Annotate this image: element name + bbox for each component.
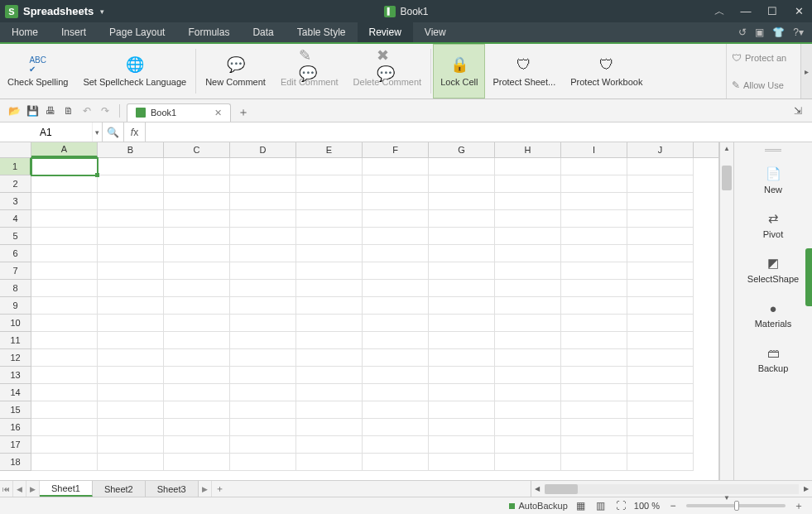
menu-page-layout[interactable]: Page Layout bbox=[98, 22, 176, 43]
cell[interactable] bbox=[363, 349, 429, 367]
cell[interactable] bbox=[363, 228, 429, 245]
cell[interactable] bbox=[561, 245, 627, 262]
cell[interactable] bbox=[164, 454, 230, 471]
cell[interactable] bbox=[230, 401, 296, 419]
cell[interactable] bbox=[164, 332, 230, 349]
cell[interactable] bbox=[363, 175, 429, 193]
cell[interactable] bbox=[429, 245, 495, 262]
cell[interactable] bbox=[164, 349, 230, 367]
cell[interactable] bbox=[164, 401, 230, 419]
cell[interactable] bbox=[296, 210, 363, 228]
cell[interactable] bbox=[98, 228, 164, 245]
cell[interactable] bbox=[429, 158, 495, 175]
cell[interactable] bbox=[561, 175, 627, 193]
scroll-right-icon[interactable]: ▶ bbox=[800, 485, 812, 492]
cell[interactable] bbox=[31, 454, 98, 471]
cell[interactable] bbox=[627, 315, 694, 332]
cell[interactable] bbox=[561, 384, 627, 401]
cell[interactable] bbox=[363, 315, 429, 332]
new-document-tab-button[interactable]: ＋ bbox=[234, 103, 252, 122]
cell[interactable] bbox=[495, 349, 561, 367]
view-normal-icon[interactable]: ▦ bbox=[574, 499, 588, 512]
protect-sheet--button[interactable]: 🛡Protect Sheet... bbox=[485, 44, 563, 98]
sheet-tab[interactable]: Sheet2 bbox=[93, 481, 146, 497]
select-all-corner[interactable] bbox=[0, 142, 31, 157]
cell[interactable] bbox=[429, 384, 495, 401]
cell[interactable] bbox=[98, 384, 164, 401]
cell[interactable] bbox=[230, 315, 296, 332]
cell[interactable] bbox=[296, 367, 363, 384]
cell[interactable] bbox=[164, 175, 230, 193]
cell[interactable] bbox=[98, 175, 164, 193]
horizontal-scrollbar[interactable]: ◀ ▶ bbox=[531, 481, 812, 497]
sheet-tab[interactable]: Sheet3 bbox=[146, 481, 199, 497]
cell[interactable] bbox=[363, 297, 429, 315]
cell[interactable] bbox=[561, 436, 627, 454]
cell[interactable] bbox=[627, 158, 694, 175]
cell[interactable] bbox=[98, 332, 164, 349]
cell[interactable] bbox=[164, 228, 230, 245]
cell[interactable] bbox=[230, 280, 296, 297]
cell[interactable] bbox=[561, 210, 627, 228]
cell[interactable] bbox=[230, 332, 296, 349]
cell[interactable] bbox=[627, 193, 694, 210]
row-header[interactable]: 16 bbox=[0, 419, 31, 436]
zoom-slider[interactable] bbox=[686, 504, 786, 507]
column-header[interactable]: D bbox=[230, 142, 296, 157]
cell[interactable] bbox=[561, 367, 627, 384]
row-header[interactable]: 5 bbox=[0, 228, 31, 245]
cell[interactable] bbox=[98, 245, 164, 262]
cell[interactable] bbox=[31, 158, 98, 175]
column-header[interactable]: C bbox=[164, 142, 230, 157]
help-icon[interactable]: ?▾ bbox=[793, 26, 804, 38]
cell[interactable] bbox=[98, 436, 164, 454]
cell[interactable] bbox=[230, 349, 296, 367]
cell[interactable] bbox=[230, 436, 296, 454]
cell[interactable] bbox=[31, 193, 98, 210]
allow-use-button[interactable]: ✎Allow Use bbox=[727, 71, 800, 98]
cell[interactable] bbox=[98, 349, 164, 367]
cell[interactable] bbox=[561, 332, 627, 349]
cell[interactable] bbox=[230, 262, 296, 280]
cell[interactable] bbox=[164, 245, 230, 262]
cell[interactable] bbox=[230, 210, 296, 228]
column-header[interactable]: J bbox=[627, 142, 694, 157]
cell[interactable] bbox=[230, 454, 296, 471]
menu-view[interactable]: View bbox=[413, 22, 458, 43]
new-comment-button[interactable]: 💬New Comment bbox=[198, 44, 273, 98]
cell[interactable] bbox=[429, 315, 495, 332]
menu-data[interactable]: Data bbox=[241, 22, 285, 43]
row-header[interactable]: 17 bbox=[0, 436, 31, 454]
cell[interactable] bbox=[230, 297, 296, 315]
cell[interactable] bbox=[627, 262, 694, 280]
zoom-slider-thumb[interactable] bbox=[734, 501, 739, 511]
cell[interactable] bbox=[561, 401, 627, 419]
cell[interactable] bbox=[627, 384, 694, 401]
row-header[interactable]: 8 bbox=[0, 280, 31, 297]
add-sheet-button[interactable]: ＋ bbox=[212, 481, 228, 497]
cell[interactable] bbox=[296, 193, 363, 210]
cell[interactable] bbox=[495, 419, 561, 436]
cell[interactable] bbox=[429, 297, 495, 315]
cell[interactable] bbox=[296, 158, 363, 175]
cell[interactable] bbox=[627, 228, 694, 245]
cell[interactable] bbox=[363, 158, 429, 175]
zoom-in-button[interactable]: ＋ bbox=[792, 499, 805, 512]
cell[interactable] bbox=[164, 436, 230, 454]
cell[interactable] bbox=[296, 349, 363, 367]
cell[interactable] bbox=[31, 175, 98, 193]
collapse-ribbon-button[interactable]: ︿ bbox=[706, 0, 733, 22]
set-spellcheck-language-button[interactable]: 🌐Set Spellcheck Language bbox=[75, 44, 194, 98]
column-header[interactable]: A bbox=[31, 142, 98, 157]
cell[interactable] bbox=[31, 228, 98, 245]
open-icon[interactable]: 📂 bbox=[7, 103, 22, 118]
cell[interactable] bbox=[31, 315, 98, 332]
function-icon[interactable]: fx bbox=[124, 122, 146, 142]
cell[interactable] bbox=[164, 280, 230, 297]
cell[interactable] bbox=[495, 280, 561, 297]
menu-review[interactable]: Review bbox=[358, 22, 413, 44]
cell[interactable] bbox=[627, 436, 694, 454]
cell[interactable] bbox=[31, 210, 98, 228]
cell[interactable] bbox=[296, 419, 363, 436]
cell[interactable] bbox=[627, 419, 694, 436]
